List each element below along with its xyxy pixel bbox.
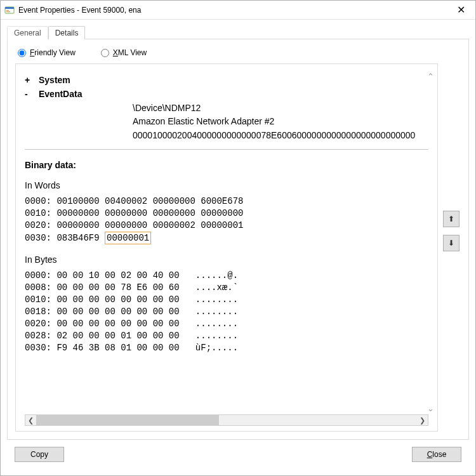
scrollbar-track[interactable]: [36, 415, 417, 425]
hex-words-lines: 0000: 00100000 00400002 00000000 6000E67…: [25, 196, 243, 230]
copy-button-label: Copy: [30, 450, 48, 459]
dialog-footer: Copy Close: [7, 440, 469, 469]
dialog-content: General Details Friendly View XML View: [1, 20, 475, 475]
radio-friendly-input[interactable]: [18, 49, 26, 57]
in-words-label: In Words: [25, 180, 428, 190]
vertical-scroll-hint[interactable]: ⌃ ⌄: [427, 72, 435, 413]
prev-event-button[interactable]: ⬆: [443, 211, 459, 227]
copy-button[interactable]: Copy: [15, 447, 64, 462]
arrow-up-icon: ⬆: [448, 215, 454, 223]
inner-wrap: ⌃ ⌄ + System - EventData: [15, 63, 461, 432]
hex-words-block: 0000: 00100000 00400002 00000000 6000E67…: [25, 195, 428, 245]
app-icon: [4, 5, 15, 15]
event-properties-window: Event Properties - Event 59000, ena ✕ Ge…: [0, 0, 476, 476]
expander-icon[interactable]: +: [25, 73, 32, 87]
svg-rect-1: [5, 7, 14, 9]
nav-buttons: ⬆ ⬇: [443, 63, 461, 432]
eventdata-adapter: Amazon Elastic Network Adapter #2: [133, 115, 428, 129]
tab-strip: General Details: [7, 25, 469, 39]
window-title: Event Properties - Event 59000, ena: [18, 6, 447, 15]
eventdata-hex: 0000100002004000000000000078E60060000000…: [133, 129, 428, 143]
horizontal-scrollbar[interactable]: ❮ ❯: [25, 414, 428, 426]
radio-xml-input[interactable]: [101, 49, 109, 57]
close-button-label: Close: [427, 450, 447, 459]
in-bytes-label: In Bytes: [25, 255, 428, 265]
eventdata-device: \Device\NDMP12: [133, 102, 428, 116]
tree-node-eventdata[interactable]: - EventData: [25, 87, 428, 101]
svg-rect-3: [6, 11, 10, 12]
caret-up-icon: ⌃: [427, 72, 435, 81]
chevron-right-icon: ❯: [420, 416, 425, 425]
binary-data-heading: Binary data:: [25, 160, 428, 170]
close-icon: ✕: [457, 4, 465, 16]
arrow-down-icon: ⬇: [448, 239, 454, 248]
next-event-button[interactable]: ⬇: [443, 235, 459, 251]
tree-node-label: System: [39, 73, 70, 87]
scroll-right-button[interactable]: ❯: [417, 415, 428, 425]
titlebar: Event Properties - Event 59000, ena ✕: [1, 1, 475, 20]
radio-xml-view[interactable]: XML View: [101, 48, 147, 57]
tree-node-system[interactable]: + System: [25, 73, 428, 87]
expander-icon[interactable]: -: [25, 87, 32, 101]
tab-details[interactable]: Details: [48, 26, 86, 39]
view-mode-radios: Friendly View XML View: [15, 47, 461, 63]
hex-bytes-block: 0000: 00 00 10 00 02 00 40 00 ......@. 0…: [25, 270, 428, 354]
close-button[interactable]: Close: [412, 447, 461, 462]
tree-node-label: EventData: [39, 87, 82, 101]
tab-general[interactable]: General: [7, 26, 48, 39]
scroll-left-button[interactable]: ❮: [25, 415, 36, 425]
tab-label: Details: [55, 29, 79, 37]
caret-down-icon: ⌄: [427, 404, 435, 413]
window-close-button[interactable]: ✕: [447, 1, 475, 20]
separator: [25, 149, 428, 150]
radio-friendly-label: Friendly View: [30, 48, 76, 57]
tab-label: General: [14, 29, 41, 37]
hex-words-last-prefix: 0030: 083B46F9: [25, 233, 105, 243]
radio-xml-label: XML View: [113, 48, 147, 57]
event-tree: + System - EventData: [25, 73, 428, 102]
chevron-left-icon: ❮: [28, 416, 34, 425]
eventdata-values: \Device\NDMP12 Amazon Elastic Network Ad…: [133, 102, 428, 143]
scrollbar-thumb[interactable]: [36, 415, 219, 425]
highlighted-word: 00000001: [105, 232, 151, 245]
radio-friendly-view[interactable]: Friendly View: [18, 48, 76, 57]
details-panel: Friendly View XML View ⌃ ⌄ +: [7, 39, 469, 440]
event-detail-panel: ⌃ ⌄ + System - EventData: [15, 63, 438, 432]
svg-rect-2: [6, 10, 9, 11]
